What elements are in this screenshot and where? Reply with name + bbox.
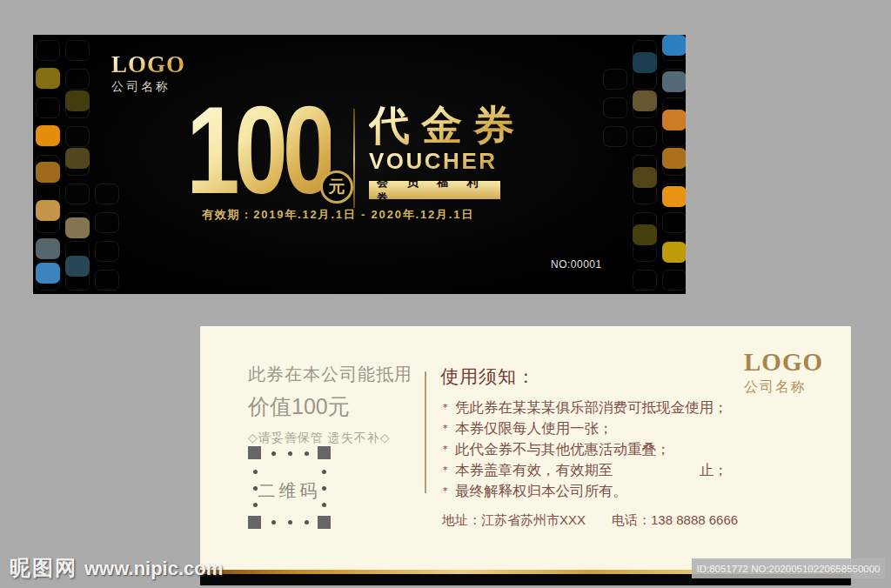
qr-label: 二维码 (248, 479, 331, 503)
notice-item: ＊本券盖章有效，有效期至 止； (440, 459, 728, 480)
contact-row: 地址：江苏省苏州市XXX电话：138 8888 6666 (442, 512, 738, 529)
back-company-name: 公司名称 (744, 378, 823, 397)
voucher-subtitle: VOUCHER (369, 148, 526, 175)
bullet-star: ＊ (440, 401, 451, 413)
redeem-text-block: 此券在本公司能抵用 价值100元 ◇请妥善保管 遗失不补◇ (248, 363, 412, 446)
decor-square-filled (662, 71, 686, 92)
qr-dot (253, 503, 258, 507)
bullet-star: ＊ (440, 484, 451, 497)
voucher-amount: 100 (186, 103, 331, 199)
notice-item: ＊凭此券在某某某俱乐部消费可抵现金使用； (440, 397, 728, 418)
voucher-title-block: 代金券 VOUCHER 会 员 福 利 券 (369, 104, 526, 199)
usage-notice-block: 使用须知： ＊凭此券在某某某俱乐部消费可抵现金使用；＊本券仅限每人使用一张；＊此… (440, 364, 728, 501)
back-logo-block: LOGO 公司名称 (744, 350, 823, 397)
keep-safe-note: ◇请妥善保管 遗失不补◇ (248, 431, 412, 446)
qr-dot (305, 451, 309, 456)
front-company-name: 公司名称 (111, 79, 185, 95)
notice-item: ＊此代金券不与其他优惠活动重叠； (440, 438, 728, 459)
decor-square-filled (633, 90, 657, 111)
notice-text: 凭此券在某某某俱乐部消费可抵现金使用； (455, 399, 728, 415)
qr-corner (318, 446, 331, 459)
notice-text: 此代金券不与其他优惠活动重叠； (455, 441, 671, 457)
member-benefit-band: 会 员 福 利 券 (369, 181, 500, 199)
image-id-badge: ID:8051772 NO:20200510220658550000 (692, 558, 885, 578)
qr-corner (248, 446, 261, 459)
notice-text: 本券仅限每人使用一张； (455, 420, 613, 436)
notice-item: ＊最终解释权归本公司所有。 (440, 480, 728, 501)
qr-placeholder: 二维码 (248, 446, 331, 529)
qr-corner (318, 516, 331, 529)
voucher-front-card: LOGO 公司名称 100 元 代金券 VOUCHER 会 员 福 利 券 有效… (33, 35, 686, 294)
notice-text: 最终解释权归本公司所有。 (455, 483, 627, 498)
stock-image-preview: LOGO 公司名称 100 元 代金券 VOUCHER 会 员 福 利 券 有效… (0, 0, 891, 588)
bullet-star: ＊ (440, 464, 451, 476)
qr-dot (253, 486, 258, 491)
decor-square-outline (603, 97, 627, 118)
qr-dot (271, 451, 276, 456)
notice-title: 使用须知： (440, 364, 728, 389)
decor-square-outline (603, 126, 627, 147)
qr-corner (248, 516, 261, 529)
decor-square-filled (662, 148, 686, 169)
qr-dot (271, 520, 276, 525)
notice-item: ＊本券仅限每人使用一张； (440, 418, 728, 438)
phone-text: 电话：138 8888 6666 (612, 512, 738, 527)
qr-dot (253, 470, 258, 474)
gold-divider-line (353, 109, 355, 208)
currency-yuan-circle: 元 (320, 170, 353, 204)
decor-square-filled (662, 110, 686, 130)
decor-square-outline (603, 69, 627, 90)
front-logo-block: LOGO 公司名称 (111, 53, 185, 95)
notice-text: 本券盖章有效，有效期至 止； (455, 462, 728, 478)
address-text: 地址：江苏省苏州市XXX (442, 512, 586, 527)
front-logo-text: LOGO (111, 53, 185, 77)
decor-square-outline (662, 212, 686, 233)
notice-list: ＊凭此券在某某某俱乐部消费可抵现金使用；＊本券仅限每人使用一张；＊此代金券不与其… (440, 397, 728, 501)
qr-dot (322, 503, 326, 507)
qr-dot (288, 451, 292, 456)
serial-number: NO:00001 (551, 258, 602, 271)
decor-square-outline (633, 126, 657, 147)
decor-square-filled (633, 52, 657, 73)
qr-dot (288, 520, 292, 525)
qr-dot (322, 470, 326, 474)
decor-square-filled (633, 167, 657, 188)
nipic-site-url: www.nipic.com (84, 558, 223, 579)
decor-square-filled (662, 186, 686, 207)
qr-dot (322, 486, 326, 491)
decor-square-filled (662, 242, 686, 263)
validity-text: 有效期：2019年.12月.1日 - 2020年.12月.1日 (202, 207, 474, 223)
bullet-star: ＊ (440, 422, 451, 434)
voucher-back-card: 此券在本公司能抵用 价值100元 ◇请妥善保管 遗失不补◇ 二维码 使用须知： … (200, 326, 851, 585)
back-logo-text: LOGO (744, 350, 823, 375)
decor-square-outline (633, 270, 657, 291)
decor-square-outline (662, 270, 686, 291)
bullet-star: ＊ (440, 443, 451, 455)
nipic-watermark: 昵图网www.nipic.com (10, 554, 223, 582)
nipic-site-name: 昵图网 (10, 556, 77, 579)
qr-dot (305, 520, 309, 525)
decor-square-filled (662, 35, 686, 56)
decor-square-filled (633, 224, 657, 245)
voucher-title: 代金券 (369, 104, 526, 146)
redeem-line2: 价值100元 (248, 392, 412, 421)
back-divider-line (425, 371, 426, 493)
redeem-line1: 此券在本公司能抵用 (248, 363, 412, 386)
